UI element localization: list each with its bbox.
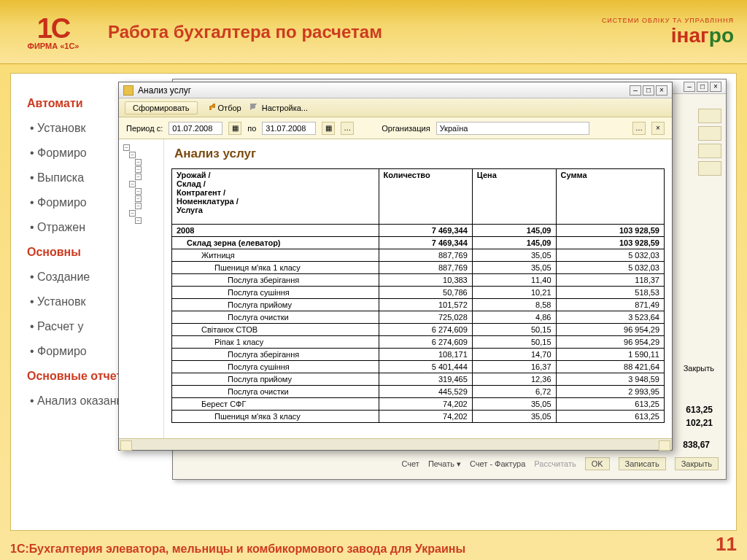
bg-value-2: 102,21 [686, 416, 713, 429]
settings-button[interactable]: Настройка... [250, 104, 308, 112]
bgwin-actionbar: Счет Печать ▾ Счет - Фактура Рассчитать … [402, 457, 719, 470]
table-row[interactable]: Послуга сушіння5 401,44416,3788 421,64 [172, 361, 665, 373]
anwin-params: Период с: ▦ по ▦ … Организация … × [119, 117, 672, 139]
table-row[interactable]: 20087 469,344145,09103 928,59 [172, 225, 665, 237]
logo-1c: 1C ФИРМА «1С» [13, 7, 93, 58]
minimize-icon[interactable]: – [630, 85, 641, 96]
period-from-label: Период с: [126, 124, 163, 133]
tree-toggle[interactable]: − [123, 174, 160, 180]
table-row[interactable]: Ріпак 1 класу6 274,60950,1596 954,29 [172, 336, 665, 349]
table-row[interactable]: Послуга зберігання10,38311,40118,37 [172, 274, 665, 287]
table-row[interactable]: Послуга прийому101,5728,58871,49 [172, 299, 665, 311]
bgwin-side-widgets [698, 109, 721, 176]
bg-action[interactable]: Печать ▾ [428, 459, 461, 469]
report-body: Анализ услуг Урожай /Склад /Контрагент /… [164, 139, 672, 438]
org-clear-button[interactable]: × [651, 122, 665, 135]
form-report-button[interactable]: Сформировать [125, 101, 198, 114]
org-picker-button[interactable]: … [632, 122, 646, 135]
bg-sum: 838,67 [683, 440, 710, 450]
table-row[interactable]: Берест СФГ74,20235,05613,25 [172, 398, 665, 411]
maximize-icon[interactable]: □ [697, 82, 708, 92]
tree-toggle[interactable]: − [123, 181, 160, 187]
inagro-tagline: СИСТЕМИ ОБЛІКУ ТА УПРАВЛІННЯ [602, 17, 734, 24]
ok-button[interactable]: OK [585, 457, 610, 470]
field-chip[interactable] [698, 161, 721, 176]
tree-toggle[interactable]: − [123, 152, 160, 158]
save-button[interactable]: Записать [619, 457, 666, 470]
tree-toggle[interactable]: − [123, 210, 160, 217]
report-title: Анализ услуг [174, 147, 665, 161]
maximize-icon[interactable]: □ [643, 85, 654, 96]
window-title: Анализ услуг [138, 85, 191, 96]
tree-toggle[interactable]: − [123, 203, 160, 209]
period-picker-button[interactable]: … [341, 122, 354, 135]
table-row[interactable]: Послуга очистки725,0284,863 523,64 [172, 311, 665, 324]
horizontal-scrollbar[interactable] [119, 438, 672, 450]
period-to-input[interactable] [262, 122, 316, 135]
slide-footer: 1С:Бухгалтерия элеватора, мельницы и ком… [10, 533, 737, 556]
bg-action[interactable]: Счет - Фактура [470, 459, 525, 468]
table-row[interactable]: Послуга сушіння50,78610,21518,53 [172, 287, 665, 299]
app-icon [123, 85, 133, 96]
field-chip[interactable] [698, 144, 721, 158]
bg-action[interactable]: Рассчитать [534, 459, 576, 468]
tree-toggle[interactable]: − [123, 159, 160, 166]
table-row[interactable]: Пшениця м'яка 1 класу887,76935,055 032,0… [172, 262, 665, 274]
table-row[interactable]: Послуга зберігання108,17114,701 590,11 [172, 349, 665, 361]
tree-toggle[interactable]: − [123, 217, 160, 224]
bgwin-values: 613,25 102,21 [686, 403, 713, 429]
org-label: Организация [382, 124, 430, 133]
bgwin-controls: – □ × [684, 82, 721, 92]
close-icon[interactable]: × [710, 82, 721, 92]
tree-toggle[interactable]: − [123, 188, 160, 195]
anwin-toolbar: Сформировать Отбор Настройка... [119, 98, 672, 117]
inagro-wordmark: інагро [602, 24, 734, 47]
report-tree[interactable]: −−−−−−−−−−− [119, 139, 164, 438]
tree-toggle[interactable]: − [123, 166, 160, 173]
wrench-icon [250, 104, 259, 112]
bg-value-1: 613,25 [686, 403, 713, 416]
table-row[interactable]: Житниця887,76935,055 032,03 [172, 249, 665, 262]
bg-action[interactable]: Счет [402, 459, 419, 468]
logo-inagro: СИСТЕМИ ОБЛІКУ ТА УПРАВЛІННЯ інагро [602, 17, 734, 47]
org-input[interactable] [436, 122, 589, 135]
col-price: Цена [472, 169, 556, 225]
logo-1c-text: 1C [37, 13, 70, 44]
field-chip[interactable] [698, 109, 721, 123]
table-row[interactable]: Послуга прийому319,46512,363 948,59 [172, 373, 665, 386]
filter-button[interactable]: Отбор [206, 104, 241, 112]
table-row[interactable]: Склад зерна (елеватор)7 469,344145,09103… [172, 237, 665, 249]
page-number: 11 [716, 533, 737, 556]
calendar-icon[interactable]: ▦ [228, 122, 241, 135]
col-quantity: Количество [379, 169, 472, 225]
tree-toggle[interactable]: − [123, 144, 160, 151]
table-row[interactable]: Пшениця м'яка 3 класу74,20235,05613,25 [172, 411, 665, 423]
period-from-input[interactable] [169, 122, 222, 135]
anwin-titlebar[interactable]: Анализ услуг – □ × [119, 82, 672, 98]
slide-header: 1C ФИРМА «1С» Работа бухгалтера по расче… [0, 0, 747, 64]
report-table: Урожай /Склад /Контрагент /Номенклатура … [171, 168, 665, 423]
field-chip[interactable] [698, 126, 721, 141]
funnel-icon [206, 104, 215, 112]
footer-text: 1С:Бухгалтерия элеватора, мельницы и ком… [10, 542, 465, 556]
tree-toggle[interactable]: − [123, 195, 160, 202]
period-to-label: по [247, 124, 256, 133]
table-row[interactable]: Світанок СТОВ6 274,60950,1596 954,29 [172, 324, 665, 336]
anwin-controls: – □ × [630, 85, 667, 96]
bg-small-close[interactable]: Закрыть [679, 362, 719, 374]
slide-title: Работа бухгалтера по расчетам [108, 22, 382, 42]
close-button[interactable]: Закрыть [675, 457, 719, 470]
col-sum: Сумма [556, 169, 665, 225]
logo-1c-caption: ФИРМА «1С» [28, 42, 80, 50]
analysis-window: Анализ услуг – □ × Сформировать Отбор На… [118, 82, 673, 451]
table-row[interactable]: Послуга очистки445,5296,722 993,95 [172, 386, 665, 398]
close-icon[interactable]: × [656, 85, 667, 96]
anwin-report: −−−−−−−−−−− Анализ услуг Урожай /Склад /… [119, 139, 672, 438]
minimize-icon[interactable]: – [684, 82, 695, 92]
col-structure: Урожай /Склад /Контрагент /Номенклатура … [172, 169, 379, 225]
calendar-icon[interactable]: ▦ [322, 122, 335, 135]
